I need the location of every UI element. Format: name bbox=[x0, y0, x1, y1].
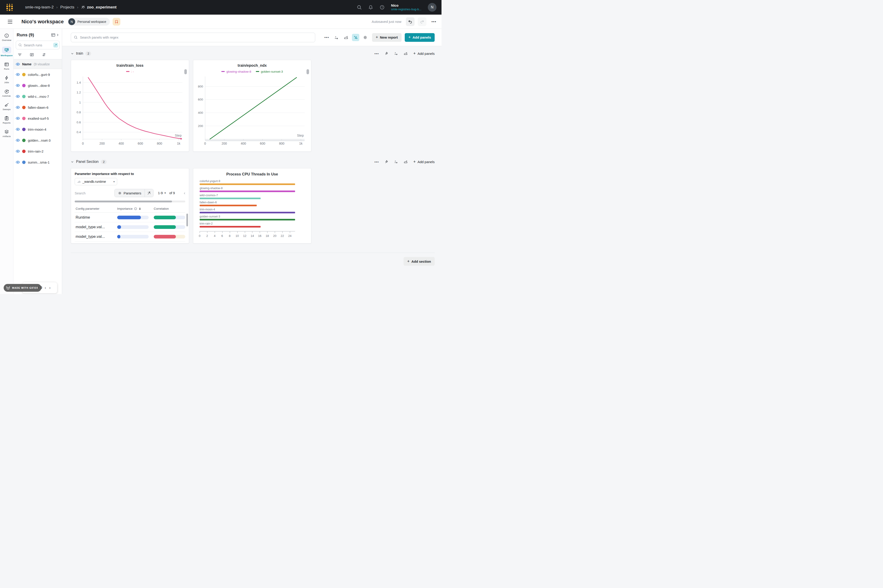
run-list-item[interactable]: fallen-dawn-6 bbox=[13, 102, 62, 113]
cpu-bar[interactable] bbox=[199, 212, 295, 213]
visibility-eye-icon[interactable] bbox=[16, 73, 20, 76]
panel-parameter-importance[interactable]: Parameter importance with respect to _wa… bbox=[71, 168, 189, 243]
group-list-icon[interactable] bbox=[30, 52, 34, 57]
prev-page-button[interactable]: ‹ bbox=[44, 285, 47, 290]
help-icon[interactable]: ? bbox=[379, 5, 385, 10]
personal-workspace-badge[interactable]: N Personal workspace bbox=[68, 18, 110, 26]
cpu-bar[interactable] bbox=[199, 219, 295, 220]
cpu-bar[interactable] bbox=[199, 205, 257, 206]
undo-button[interactable] bbox=[406, 17, 415, 26]
run-list-item[interactable]: summ...sma-1 bbox=[13, 157, 62, 168]
visibility-eye-icon[interactable] bbox=[16, 84, 20, 87]
runs-table-icon[interactable] bbox=[51, 33, 55, 37]
run-list-item[interactable]: glowin...dow-8 bbox=[13, 80, 62, 91]
sidebar-item-overview[interactable]: Overview bbox=[0, 32, 13, 43]
x-axis-icon[interactable]: x bbox=[394, 160, 398, 164]
cpu-bar[interactable] bbox=[199, 183, 295, 185]
visibility-eye-icon[interactable] bbox=[16, 95, 20, 98]
sidebar-item-artifacts[interactable]: Artifacts bbox=[0, 128, 13, 139]
sidebar-item-reports[interactable]: Reports bbox=[0, 114, 13, 126]
parameters-button[interactable]: Parameters bbox=[115, 189, 145, 197]
param-table-row[interactable]: model_type.val... bbox=[75, 232, 185, 242]
param-table-row[interactable]: Runtime bbox=[75, 213, 185, 222]
x-axis-icon[interactable]: x bbox=[394, 51, 398, 56]
run-list-item[interactable]: colorfu...gurt-9 bbox=[13, 69, 62, 80]
panel-iron-icon[interactable] bbox=[403, 160, 408, 164]
workspace-settings-button[interactable] bbox=[361, 34, 369, 41]
section-add-panels-button[interactable]: +Add panels bbox=[413, 159, 435, 164]
col-importance[interactable]: Importance i bbox=[117, 207, 154, 210]
header-more-options-button[interactable]: ••• bbox=[432, 20, 436, 24]
visibility-eye-icon[interactable] bbox=[16, 139, 20, 142]
visibility-eye-icon[interactable] bbox=[16, 106, 20, 109]
param-prev-page-chevron[interactable]: ‹ bbox=[184, 191, 185, 195]
collapse-chevron-icon[interactable] bbox=[71, 160, 74, 164]
cpu-bar[interactable] bbox=[199, 190, 295, 192]
legend-entry[interactable]: golden-sunset-3 bbox=[256, 70, 283, 74]
run-list-item[interactable]: trim-rain-2 bbox=[13, 146, 62, 157]
cpu-bar[interactable] bbox=[199, 226, 261, 228]
sidebar-item-automations[interactable]: Automat. bbox=[0, 87, 13, 99]
run-list-item[interactable]: exalted-surf-5 bbox=[13, 113, 62, 124]
run-list-item[interactable]: trim-moon-4 bbox=[13, 124, 62, 135]
filter-icon[interactable] bbox=[18, 52, 22, 57]
next-page-button[interactable]: › bbox=[48, 285, 51, 290]
sidebar-item-sweeps[interactable]: Sweeps bbox=[0, 101, 13, 112]
x-axis-settings-button[interactable]: x bbox=[333, 34, 340, 41]
sidebar-item-workspace[interactable]: Workspace bbox=[0, 45, 13, 58]
section-more-options-button[interactable]: ••• bbox=[375, 160, 379, 164]
col-config-parameter[interactable]: Config parameter bbox=[76, 207, 117, 210]
add-section-button[interactable]: +Add section bbox=[403, 257, 435, 266]
visibility-eye-icon[interactable] bbox=[16, 160, 20, 164]
magic-wand-button[interactable] bbox=[145, 189, 153, 197]
visibility-eye-icon[interactable] bbox=[16, 63, 20, 66]
panel-scroll-pill[interactable] bbox=[184, 69, 187, 74]
pin-spark-icon[interactable] bbox=[384, 51, 388, 56]
sidebar-item-runs[interactable]: Runs bbox=[0, 60, 13, 72]
visibility-eye-icon[interactable] bbox=[16, 128, 20, 131]
search-icon[interactable] bbox=[357, 5, 362, 10]
sort-icon[interactable] bbox=[42, 52, 46, 57]
new-report-button[interactable]: +New report bbox=[372, 33, 402, 42]
vertical-scrollbar[interactable] bbox=[186, 214, 188, 226]
panel-scroll-pill[interactable] bbox=[306, 69, 309, 74]
horizontal-scrollbar[interactable] bbox=[75, 201, 185, 202]
visibility-eye-icon[interactable] bbox=[16, 117, 20, 120]
wandb-logo-icon[interactable] bbox=[6, 3, 14, 11]
panel-epoch-ndx[interactable]: train/epoch_ndx glowing-shadow-8golden-s… bbox=[193, 60, 311, 152]
section-add-panels-button[interactable]: +Add panels bbox=[413, 51, 435, 56]
notifications-bell-icon[interactable] bbox=[368, 5, 373, 10]
user-avatar[interactable]: N bbox=[428, 3, 436, 12]
legend-entry[interactable]: glowing-shadow-8 bbox=[221, 70, 251, 74]
sidebar-item-jobs[interactable]: Jobs bbox=[0, 74, 13, 85]
user-org-link[interactable]: smle-registries-bug-b... bbox=[391, 8, 421, 11]
param-search-input[interactable] bbox=[75, 191, 104, 195]
col-correlation[interactable]: Correlation bbox=[154, 207, 187, 210]
legend-entry[interactable]: : - bbox=[126, 70, 134, 74]
param-pagination[interactable]: 1-9▼ of 9 bbox=[158, 191, 175, 195]
param-table-row[interactable]: model_type.val... bbox=[75, 222, 185, 232]
add-panels-button[interactable]: +Add panels bbox=[405, 33, 435, 42]
panel-cpu-threads[interactable]: Process CPU Threads In Use colorful-yogu… bbox=[193, 168, 311, 243]
breadcrumb-projects[interactable]: Projects bbox=[60, 5, 74, 10]
expand-runs-chevron-icon[interactable] bbox=[56, 33, 59, 36]
toolbar-more-options-button[interactable]: ••• bbox=[323, 34, 330, 41]
section-title[interactable]: train bbox=[76, 51, 83, 56]
regex-toggle[interactable]: .* bbox=[53, 43, 58, 48]
panel-search-input[interactable] bbox=[80, 35, 312, 39]
breadcrumb-team[interactable]: smle-reg-team-2 bbox=[25, 5, 54, 10]
runs-search-input[interactable] bbox=[24, 43, 51, 47]
cpu-bar[interactable] bbox=[199, 198, 261, 199]
redo-button[interactable] bbox=[418, 17, 426, 26]
user-block[interactable]: Nico smle-registries-bug-b... bbox=[391, 3, 421, 11]
runs-list-header[interactable]: Name (9 visualize bbox=[13, 59, 62, 69]
panel-layout-button[interactable] bbox=[342, 34, 350, 41]
panel-train-loss[interactable]: train/train_loss : - 0.40.60.811.21.4020… bbox=[71, 60, 189, 152]
target-metric-dropdown[interactable]: _wandb.runtime ▾ bbox=[75, 178, 117, 185]
run-list-item[interactable]: wild-c...mos-7 bbox=[13, 91, 62, 102]
visibility-eye-icon[interactable] bbox=[16, 150, 20, 153]
collapse-chevron-icon[interactable] bbox=[71, 52, 74, 55]
breadcrumb-project[interactable]: zoo_experiment bbox=[81, 5, 117, 10]
section-title[interactable]: Panel Section bbox=[76, 160, 99, 164]
panel-iron-icon[interactable] bbox=[403, 51, 408, 56]
